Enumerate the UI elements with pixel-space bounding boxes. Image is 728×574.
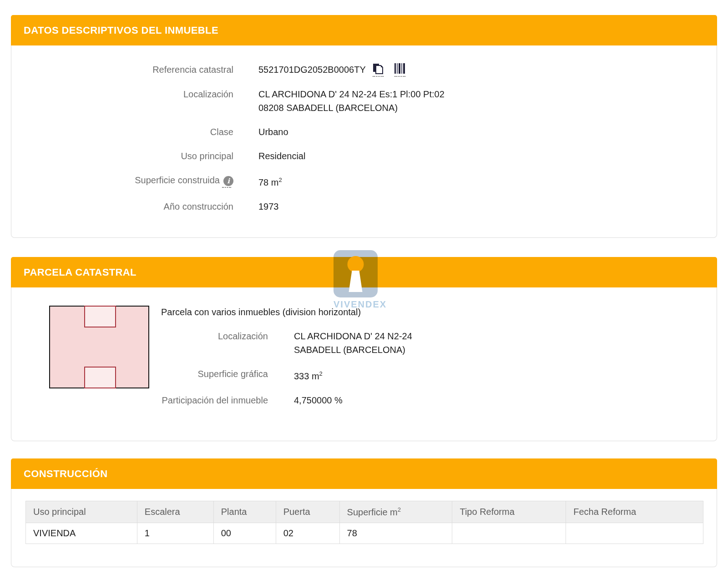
cell-superficie: 78 (339, 523, 452, 544)
section-title-construccion: CONSTRUCCIÓN (11, 458, 717, 489)
cell-escalera: 1 (137, 523, 213, 544)
section-construccion: CONSTRUCCIÓN Uso principal Escalera Plan… (11, 458, 717, 567)
localizacion-line2: 08208 SABADELL (BARCELONA) (258, 101, 445, 115)
localizacion-value: CL ARCHIDONA D' 24 N2-24 Es:1 Pl:00 Pt:0… (258, 87, 445, 115)
superficie-construida-value: 78 m2 (258, 173, 282, 189)
cell-planta: 00 (213, 523, 276, 544)
parcela-localizacion-line2: SABADELL (BARCELONA) (294, 343, 412, 357)
localizacion-line1: CL ARCHIDONA D' 24 N2-24 Es:1 Pl:00 Pt:0… (258, 87, 445, 101)
parcel-sketch-image[interactable] (49, 306, 149, 388)
participacion-label: Participación del inmueble (161, 393, 268, 407)
superficie-grafica-value: 333 m2 (294, 367, 323, 383)
participacion-value: 4,750000 % (294, 393, 343, 407)
referencia-catastral-label: Referencia catastral (11, 63, 233, 76)
localizacion-label: Localización (11, 87, 233, 101)
section-parcela-catastral: PARCELA CATASTRAL Parcela con varios inm… (11, 257, 717, 441)
cell-uso-principal: VIVIENDA (26, 523, 137, 544)
col-puerta: Puerta (276, 501, 339, 523)
section-title-parcela-catastral: PARCELA CATASTRAL (11, 257, 717, 287)
superficie-construida-label: Superficie construida (135, 175, 220, 185)
parcela-localizacion-value: CL ARCHIDONA D' 24 N2-24 SABADELL (BARCE… (294, 329, 412, 357)
row-parcela-localizacion: Localización CL ARCHIDONA D' 24 N2-24 SA… (161, 329, 717, 357)
cell-tipo-reforma (452, 523, 566, 544)
construccion-header-row: Uso principal Escalera Planta Puerta Sup… (26, 501, 703, 523)
col-uso-principal: Uso principal (26, 501, 137, 523)
copy-document-icon[interactable] (372, 63, 384, 77)
row-localizacion: Localización CL ARCHIDONA D' 24 N2-24 Es… (11, 87, 717, 115)
col-fecha-reforma: Fecha Reforma (566, 501, 703, 523)
parcela-summary: Parcela con varios inmuebles (division h… (161, 306, 717, 318)
cadastral-property-page: DATOS DESCRIPTIVOS DEL INMUEBLE Referenc… (0, 0, 728, 574)
anio-construccion-value: 1973 (258, 200, 279, 213)
row-participacion: Participación del inmueble 4,750000 % (161, 393, 717, 407)
superficie-grafica-label: Superficie gráfica (161, 367, 268, 381)
col-planta: Planta (213, 501, 276, 523)
cell-puerta: 02 (276, 523, 339, 544)
section-body-datos-descriptivos: Referencia catastral 5521701DG2052B0006T… (11, 45, 717, 238)
row-uso-principal: Uso principal Residencial (11, 149, 717, 163)
barcode-icon[interactable] (394, 63, 406, 77)
row-clase: Clase Urbano (11, 125, 717, 139)
col-escalera: Escalera (137, 501, 213, 523)
clase-label: Clase (11, 125, 233, 139)
uso-principal-label: Uso principal (11, 149, 233, 163)
clase-value: Urbano (258, 125, 288, 139)
row-anio-construccion: Año construcción 1973 (11, 200, 717, 213)
parcela-localizacion-label: Localización (161, 329, 268, 343)
section-title-datos-descriptivos: DATOS DESCRIPTIVOS DEL INMUEBLE (11, 15, 717, 45)
anio-construccion-label: Año construcción (11, 200, 233, 213)
info-circle-icon[interactable]: i (220, 176, 233, 188)
uso-principal-value: Residencial (258, 149, 305, 163)
section-datos-descriptivos: DATOS DESCRIPTIVOS DEL INMUEBLE Referenc… (11, 15, 717, 238)
row-superficie-grafica: Superficie gráfica 333 m2 (161, 367, 717, 383)
construccion-table: Uso principal Escalera Planta Puerta Sup… (25, 501, 703, 544)
parcel-patio-bottom (84, 367, 116, 388)
row-referencia-catastral: Referencia catastral 5521701DG2052B0006T… (11, 63, 717, 77)
parcela-localizacion-line1: CL ARCHIDONA D' 24 N2-24 (294, 329, 412, 343)
section-body-construccion: Uso principal Escalera Planta Puerta Sup… (11, 489, 717, 567)
construccion-data-row: VIVIENDA 1 00 02 78 (26, 523, 703, 544)
col-superficie: Superficie m2 (339, 501, 452, 523)
referencia-catastral-value: 5521701DG2052B0006TY (258, 63, 406, 77)
col-tipo-reforma: Tipo Reforma (452, 501, 566, 523)
section-body-parcela-catastral: Parcela con varios inmuebles (division h… (11, 287, 717, 441)
parcel-patio-top (84, 306, 116, 327)
row-superficie-construida: Superficie construidai 78 m2 (11, 173, 717, 189)
cell-fecha-reforma (566, 523, 703, 544)
